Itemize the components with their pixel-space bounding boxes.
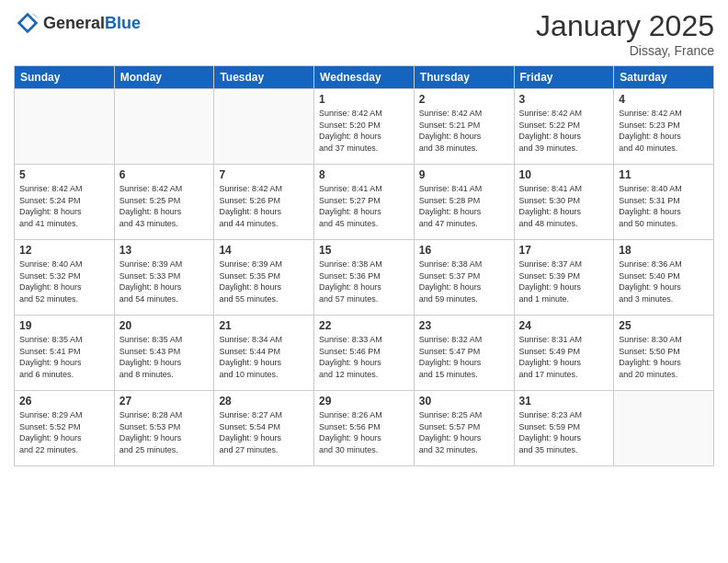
day-number: 12 xyxy=(19,244,109,257)
day-info: Sunrise: 8:42 AMSunset: 5:26 PMDaylight:… xyxy=(219,183,309,229)
calendar-cell xyxy=(614,391,714,466)
logo-icon xyxy=(14,9,41,37)
day-number: 20 xyxy=(119,319,210,332)
day-info: Sunrise: 8:42 AMSunset: 5:22 PMDaylight:… xyxy=(519,108,609,154)
day-info: Sunrise: 8:42 AMSunset: 5:20 PMDaylight:… xyxy=(319,108,409,154)
calendar-cell: 12Sunrise: 8:40 AMSunset: 5:32 PMDayligh… xyxy=(15,240,115,316)
calendar-week-row: 26Sunrise: 8:29 AMSunset: 5:52 PMDayligh… xyxy=(15,391,714,466)
weekday-header: Saturday xyxy=(614,66,714,89)
calendar-cell: 2Sunrise: 8:42 AMSunset: 5:21 PMDaylight… xyxy=(414,89,514,165)
logo-general-text: General xyxy=(43,14,105,32)
day-info: Sunrise: 8:41 AMSunset: 5:27 PMDaylight:… xyxy=(319,183,409,229)
day-info: Sunrise: 8:38 AMSunset: 5:36 PMDaylight:… xyxy=(319,259,409,304)
day-info: Sunrise: 8:35 AMSunset: 5:41 PMDaylight:… xyxy=(19,334,109,380)
day-number: 25 xyxy=(619,319,709,332)
day-number: 22 xyxy=(319,319,409,332)
calendar-week-row: 5Sunrise: 8:42 AMSunset: 5:24 PMDaylight… xyxy=(15,165,714,240)
day-info: Sunrise: 8:32 AMSunset: 5:47 PMDaylight:… xyxy=(419,334,509,380)
calendar-cell: 31Sunrise: 8:23 AMSunset: 5:59 PMDayligh… xyxy=(514,391,614,466)
day-number: 6 xyxy=(119,168,210,181)
calendar-cell: 11Sunrise: 8:40 AMSunset: 5:31 PMDayligh… xyxy=(614,165,714,240)
calendar-cell: 7Sunrise: 8:42 AMSunset: 5:26 PMDaylight… xyxy=(214,165,314,240)
day-number: 23 xyxy=(419,319,509,332)
day-number: 9 xyxy=(419,168,509,181)
day-info: Sunrise: 8:41 AMSunset: 5:28 PMDaylight:… xyxy=(419,183,509,229)
day-info: Sunrise: 8:38 AMSunset: 5:37 PMDaylight:… xyxy=(419,259,509,304)
calendar-cell: 24Sunrise: 8:31 AMSunset: 5:49 PMDayligh… xyxy=(514,316,614,391)
calendar-cell: 5Sunrise: 8:42 AMSunset: 5:24 PMDaylight… xyxy=(15,165,115,240)
day-info: Sunrise: 8:37 AMSunset: 5:39 PMDaylight:… xyxy=(519,259,609,304)
weekday-header: Tuesday xyxy=(214,66,314,89)
day-number: 14 xyxy=(219,244,309,257)
day-number: 18 xyxy=(619,244,709,257)
calendar-cell: 20Sunrise: 8:35 AMSunset: 5:43 PMDayligh… xyxy=(114,316,214,391)
day-number: 13 xyxy=(119,244,210,257)
calendar-cell xyxy=(15,89,115,165)
day-number: 3 xyxy=(519,93,609,106)
page-header: GeneralBlue January 2025 Dissay, France xyxy=(14,9,714,58)
day-info: Sunrise: 8:36 AMSunset: 5:40 PMDaylight:… xyxy=(619,259,709,304)
day-info: Sunrise: 8:26 AMSunset: 5:56 PMDaylight:… xyxy=(319,409,409,455)
calendar-cell: 9Sunrise: 8:41 AMSunset: 5:28 PMDaylight… xyxy=(414,165,514,240)
calendar-cell: 3Sunrise: 8:42 AMSunset: 5:22 PMDaylight… xyxy=(514,89,614,165)
logo-blue-text: Blue xyxy=(105,14,141,32)
weekday-header: Thursday xyxy=(414,66,514,89)
calendar-cell xyxy=(214,89,314,165)
weekday-header: Wednesday xyxy=(314,66,415,89)
day-info: Sunrise: 8:27 AMSunset: 5:54 PMDaylight:… xyxy=(219,409,309,455)
day-info: Sunrise: 8:39 AMSunset: 5:33 PMDaylight:… xyxy=(119,259,210,304)
day-info: Sunrise: 8:35 AMSunset: 5:43 PMDaylight:… xyxy=(119,334,210,380)
calendar-cell: 22Sunrise: 8:33 AMSunset: 5:46 PMDayligh… xyxy=(314,316,415,391)
day-info: Sunrise: 8:40 AMSunset: 5:31 PMDaylight:… xyxy=(619,183,709,229)
day-number: 27 xyxy=(119,395,210,408)
calendar-week-row: 19Sunrise: 8:35 AMSunset: 5:41 PMDayligh… xyxy=(15,316,714,391)
day-info: Sunrise: 8:34 AMSunset: 5:44 PMDaylight:… xyxy=(219,334,309,380)
calendar-cell: 27Sunrise: 8:28 AMSunset: 5:53 PMDayligh… xyxy=(114,391,214,466)
logo: GeneralBlue xyxy=(14,9,141,37)
day-info: Sunrise: 8:33 AMSunset: 5:46 PMDaylight:… xyxy=(319,334,409,380)
day-number: 26 xyxy=(19,395,109,408)
day-number: 16 xyxy=(419,244,509,257)
calendar-cell: 15Sunrise: 8:38 AMSunset: 5:36 PMDayligh… xyxy=(314,240,415,316)
weekday-header: Monday xyxy=(114,66,214,89)
day-info: Sunrise: 8:40 AMSunset: 5:32 PMDaylight:… xyxy=(19,259,109,304)
location-subtitle: Dissay, France xyxy=(536,43,714,58)
day-number: 30 xyxy=(419,395,509,408)
calendar-cell: 23Sunrise: 8:32 AMSunset: 5:47 PMDayligh… xyxy=(414,316,514,391)
calendar-week-row: 1Sunrise: 8:42 AMSunset: 5:20 PMDaylight… xyxy=(15,89,714,165)
calendar-cell: 8Sunrise: 8:41 AMSunset: 5:27 PMDaylight… xyxy=(314,165,415,240)
day-number: 10 xyxy=(519,168,609,181)
calendar-cell: 28Sunrise: 8:27 AMSunset: 5:54 PMDayligh… xyxy=(214,391,314,466)
day-number: 24 xyxy=(519,319,609,332)
day-number: 28 xyxy=(219,395,309,408)
calendar-cell: 26Sunrise: 8:29 AMSunset: 5:52 PMDayligh… xyxy=(15,391,115,466)
day-number: 31 xyxy=(519,395,609,408)
calendar-cell: 18Sunrise: 8:36 AMSunset: 5:40 PMDayligh… xyxy=(614,240,714,316)
day-number: 11 xyxy=(619,168,709,181)
day-number: 8 xyxy=(319,168,409,181)
calendar-cell: 19Sunrise: 8:35 AMSunset: 5:41 PMDayligh… xyxy=(15,316,115,391)
weekday-header: Sunday xyxy=(15,66,115,89)
calendar-cell: 29Sunrise: 8:26 AMSunset: 5:56 PMDayligh… xyxy=(314,391,415,466)
calendar-cell: 4Sunrise: 8:42 AMSunset: 5:23 PMDaylight… xyxy=(614,89,714,165)
day-number: 2 xyxy=(419,93,509,106)
calendar-cell: 6Sunrise: 8:42 AMSunset: 5:25 PMDaylight… xyxy=(114,165,214,240)
day-number: 29 xyxy=(319,395,409,408)
day-info: Sunrise: 8:41 AMSunset: 5:30 PMDaylight:… xyxy=(519,183,609,229)
title-section: January 2025 Dissay, France xyxy=(536,9,714,58)
day-number: 5 xyxy=(19,168,109,181)
calendar-cell: 14Sunrise: 8:39 AMSunset: 5:35 PMDayligh… xyxy=(214,240,314,316)
day-info: Sunrise: 8:25 AMSunset: 5:57 PMDaylight:… xyxy=(419,409,509,455)
day-info: Sunrise: 8:29 AMSunset: 5:52 PMDaylight:… xyxy=(19,409,109,455)
day-number: 21 xyxy=(219,319,309,332)
month-title: January 2025 xyxy=(536,9,714,43)
day-info: Sunrise: 8:23 AMSunset: 5:59 PMDaylight:… xyxy=(519,409,609,455)
weekday-header-row: SundayMondayTuesdayWednesdayThursdayFrid… xyxy=(15,66,714,89)
day-info: Sunrise: 8:42 AMSunset: 5:25 PMDaylight:… xyxy=(119,183,210,229)
calendar-cell: 30Sunrise: 8:25 AMSunset: 5:57 PMDayligh… xyxy=(414,391,514,466)
day-number: 7 xyxy=(219,168,309,181)
page-container: GeneralBlue January 2025 Dissay, France … xyxy=(0,0,728,563)
day-number: 17 xyxy=(519,244,609,257)
calendar-cell: 25Sunrise: 8:30 AMSunset: 5:50 PMDayligh… xyxy=(614,316,714,391)
day-info: Sunrise: 8:31 AMSunset: 5:49 PMDaylight:… xyxy=(519,334,609,380)
